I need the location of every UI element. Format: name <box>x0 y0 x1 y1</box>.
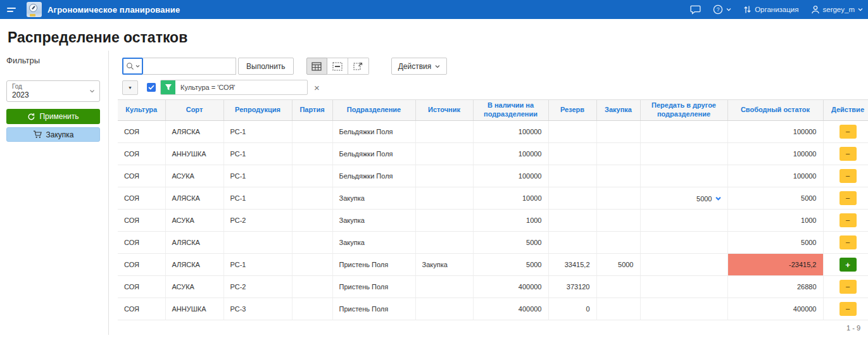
cell-purchase <box>596 210 640 232</box>
cell-division: Пристень Поля <box>332 276 415 298</box>
cell-reproduction: РС-3 <box>223 298 292 320</box>
cell-free: 5000 <box>727 187 823 210</box>
cell-culture: СОЯ <box>118 210 165 232</box>
single-row-view-button[interactable] <box>327 58 348 75</box>
cell-transfer[interactable]: 5000 <box>640 187 727 210</box>
column-header-reproduction[interactable]: Репродукция <box>223 100 292 121</box>
cell-source <box>415 232 473 254</box>
table-row: СОЯ АЛЯСКА РС-1 Бельдяжки Поля 100000 10… <box>118 121 868 143</box>
cell-action: + <box>823 254 868 276</box>
decrease-action-button[interactable]: − <box>840 213 857 227</box>
cell-reserve: 373120 <box>548 276 596 298</box>
cell-division: Закупка <box>332 232 415 254</box>
cell-sort: АННУШКА <box>165 143 223 165</box>
cell-source <box>415 187 473 210</box>
purchase-button[interactable]: Закупка <box>6 127 100 142</box>
column-header-division[interactable]: Подразделение <box>332 100 415 121</box>
cell-free: 1000 <box>727 210 823 232</box>
cell-purchase <box>596 143 640 165</box>
decrease-action-button[interactable]: − <box>840 169 857 183</box>
cell-free: 5000 <box>727 232 823 254</box>
actions-menu-label: Действия <box>398 62 432 71</box>
decrease-action-button[interactable]: − <box>840 235 857 249</box>
cell-action: − <box>823 210 868 232</box>
table-body: СОЯ АЛЯСКА РС-1 Бельдяжки Поля 100000 10… <box>118 121 868 320</box>
chat-button[interactable] <box>690 5 701 15</box>
cell-batch <box>292 276 332 298</box>
column-header-available[interactable]: В наличии на подразделении <box>473 100 548 121</box>
column-header-action[interactable]: Действие <box>823 100 868 121</box>
cell-available: 5000 <box>473 232 548 254</box>
filter-enabled-checkbox[interactable] <box>147 83 156 92</box>
column-header-sort[interactable]: Сорт <box>165 100 223 121</box>
user-menu-button[interactable]: sergey_m <box>811 5 864 14</box>
year-select-value: 2023 <box>12 91 87 99</box>
cell-transfer <box>640 276 727 298</box>
cell-batch <box>292 165 332 187</box>
saved-reports-dropdown-button[interactable]: ▼ <box>122 80 138 95</box>
cell-reserve <box>548 232 596 254</box>
cell-source <box>415 298 473 320</box>
column-header-free[interactable]: Свободный остаток <box>727 100 823 121</box>
decrease-action-button[interactable]: − <box>840 302 857 316</box>
cell-culture: СОЯ <box>118 187 165 210</box>
cell-transfer <box>640 143 727 165</box>
column-header-culture[interactable]: Культура <box>118 100 165 121</box>
cell-reproduction: РС-2 <box>223 276 292 298</box>
actions-menu-button[interactable]: Действия <box>391 58 448 75</box>
search-options-button[interactable] <box>122 58 143 75</box>
cell-source <box>415 121 473 143</box>
cell-sort: АЛЯСКА <box>165 187 223 210</box>
execute-button[interactable]: Выполнить <box>238 58 294 75</box>
apply-button[interactable]: Применить <box>6 109 100 124</box>
cell-culture: СОЯ <box>118 298 165 320</box>
cell-division: Бельдяжки Поля <box>332 121 415 143</box>
flashback-view-button[interactable] <box>348 58 369 75</box>
column-header-transfer[interactable]: Передать в другое подразделение <box>640 100 727 121</box>
grid-view-button[interactable] <box>306 58 327 75</box>
cell-batch <box>292 143 332 165</box>
cell-purchase <box>596 276 640 298</box>
decrease-action-button[interactable]: − <box>840 125 857 139</box>
cell-available: 10000 <box>473 187 548 210</box>
page-title: Распределение остатков <box>0 19 868 51</box>
filter-chip[interactable]: Культура = 'СОЯ' <box>160 80 308 95</box>
menu-icon[interactable] <box>7 4 21 15</box>
interactive-grid: Культура Сорт Репродукция Партия Подразд… <box>118 99 868 320</box>
transfer-dropdown-chevron-icon[interactable] <box>715 194 721 202</box>
cell-action: − <box>823 232 868 254</box>
cell-transfer <box>640 210 727 232</box>
cell-available: 100000 <box>473 143 548 165</box>
help-menu-button[interactable]: ? <box>713 4 731 15</box>
cell-batch <box>292 298 332 320</box>
search-input[interactable] <box>143 58 236 75</box>
app-logo <box>27 2 42 17</box>
cell-division: Бельдяжки Поля <box>332 143 415 165</box>
cell-source <box>415 276 473 298</box>
column-header-batch[interactable]: Партия <box>292 100 332 121</box>
cell-source: Закупка <box>415 254 473 276</box>
column-header-reserve[interactable]: Резерв <box>548 100 596 121</box>
flashback-icon <box>353 61 363 71</box>
chat-icon <box>690 5 701 15</box>
table-row: СОЯ АСУКА РС-2 Пристень Поля 400000 3731… <box>118 276 868 298</box>
organization-button[interactable]: Организация <box>743 5 798 14</box>
cell-reserve: 0 <box>548 298 596 320</box>
decrease-action-button[interactable]: − <box>840 191 857 205</box>
cell-reserve <box>548 187 596 210</box>
column-header-source[interactable]: Источник <box>415 100 473 121</box>
cell-available: 1000 <box>473 210 548 232</box>
cell-purchase <box>596 121 640 143</box>
decrease-action-button[interactable]: − <box>840 147 857 161</box>
cell-sort: АЛЯСКА <box>165 254 223 276</box>
cell-source <box>415 210 473 232</box>
remove-filter-icon[interactable]: × <box>314 83 320 92</box>
table-row: СОЯ АЛЯСКА РС-1 Закупка 10000 5000 5000 … <box>118 187 868 210</box>
table-row: СОЯ АЛЯСКА Закупка 5000 5000 − <box>118 232 868 254</box>
column-header-purchase[interactable]: Закупка <box>596 100 640 121</box>
decrease-action-button[interactable]: − <box>840 280 857 294</box>
cell-reproduction: РС-1 <box>223 187 292 210</box>
year-select[interactable]: Год 2023 <box>6 80 100 102</box>
cell-transfer <box>640 232 727 254</box>
increase-action-button[interactable]: + <box>840 258 857 272</box>
